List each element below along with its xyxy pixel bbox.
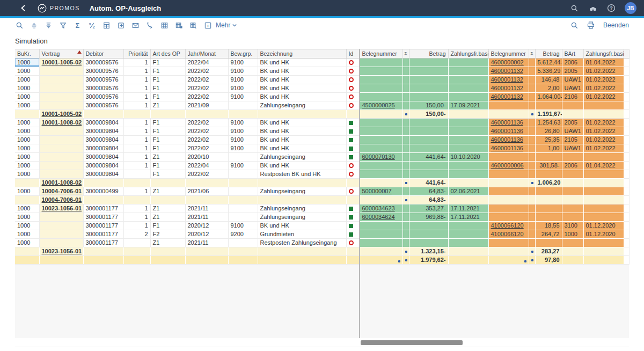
subtotals-icon[interactable]: x2 [87,21,97,30]
grid-icon[interactable] [160,21,169,30]
search-icon[interactable] [570,4,579,13]
table-row[interactable]: 10003000001177Z12021/11Restposten Zahlun… [15,238,629,247]
table-row[interactable]: 100010001-1008-0230000098041F12022/02910… [15,118,629,127]
column-header-art[interactable]: Art des OP [150,49,185,58]
cell-g_beleg [360,144,402,152]
column-header-g_betrag[interactable]: Betrag [409,49,448,58]
contract-link[interactable]: 10001-1008-02 [42,119,82,126]
document-link[interactable]: 4600001136 [491,128,523,134]
table-row[interactable]: 100010001-1005-0230000095761F12022/04910… [15,58,629,67]
print-icon[interactable] [587,21,596,30]
column-header-g_beleg[interactable]: Belegnummer [360,49,402,58]
help-icon[interactable]: ? [606,4,616,13]
binoculars-icon[interactable] [588,4,597,13]
table-row[interactable]: 100010023-1056-0130000011771Z12021/11Zah… [15,204,629,213]
drilldown-icon[interactable] [145,21,155,30]
table-row[interactable]: 100010004-7006-0130000004991Z12021/06Zah… [15,187,629,195]
pane-splitter[interactable] [359,49,360,339]
column-header-o_bart[interactable]: BArt [562,49,583,58]
grid-export-icon[interactable] [189,21,198,30]
table-row[interactable]: 10003000009804F12022/02Restposten BK und… [15,170,629,178]
document-link[interactable]: 4500000025 [362,102,395,108]
back-icon[interactable] [18,3,28,13]
table-row[interactable]: 100030000098041F12022/029100BK und HK460… [15,127,629,135]
table-row[interactable]: 100030000098041F12022/029100BK und HK460… [15,144,629,152]
grandtotal-row[interactable]: 1.979,62-97,80 [15,255,629,264]
contract-link[interactable]: 10004-7006-01 [42,196,82,203]
document-link[interactable]: 6000034623 [362,205,395,211]
table-row[interactable]: 100030000095761F12022/029100BK und HK460… [15,75,629,84]
document-link[interactable]: 4600001132 [491,76,523,83]
document-link[interactable]: 4100066120 [491,231,524,237]
column-header-g_zfb[interactable]: Zahlungsfr.basis [448,49,488,58]
subtotal-row[interactable]: 10001-1008-02441,64-1.006,20 [15,178,629,187]
column-header-bukr[interactable]: BuKr. [15,49,39,58]
more-menu[interactable]: Mehr [216,21,237,29]
subtotal-row[interactable]: 10023-1056-011.323,15-283,27 [15,247,629,255]
search-icon[interactable] [15,21,24,30]
column-header-bew[interactable]: Bew.grp. [228,49,258,58]
scrollbar-thumb[interactable] [361,340,463,345]
table-row[interactable]: 100030000095761F12022/029100BK und HK460… [15,92,629,101]
column-header-jm[interactable]: Jahr/Monat [185,49,228,58]
document-link[interactable]: 4600001132 [491,93,523,100]
column-header-fill[interactable] [624,49,629,58]
cell-prio: 1 [123,67,150,75]
horizontal-scrollbar[interactable] [15,338,629,347]
column-header-prio[interactable]: Priorität [123,49,150,58]
column-header-o_zfb[interactable]: Zahlungsfr.basis [583,49,624,58]
column-header-g_sig[interactable]: Σ [402,49,409,58]
table-row[interactable]: 100030000011771F12020/129100BK und HK410… [15,221,629,230]
document-link[interactable]: 6000034624 [362,214,395,220]
table-row[interactable]: 100030000011771Z12021/11Zahlungseingang6… [15,213,629,221]
contract-link[interactable]: 10001-1005-02 [42,59,82,65]
info-icon[interactable]: i [203,21,213,30]
brand-label: PROMOS [50,5,80,11]
document-link[interactable]: 4600001136 [491,145,523,151]
table-row[interactable]: 100030000098041Z12020/10Zahlungseingang6… [15,152,629,161]
contract-link[interactable]: 10023-1056-01 [42,248,82,254]
sum-icon[interactable]: Σ [73,21,82,30]
grid-edit-icon[interactable] [174,21,184,30]
column-header-bez[interactable]: Bezeichnung [258,49,346,58]
document-link[interactable]: 4600001136 [491,119,523,126]
subtotal-row[interactable]: 10001-1005-02150,00-1.191,67- [15,109,629,118]
table-row[interactable]: 100030000011772F22020/129200Grundmieten4… [15,230,629,238]
document-link[interactable]: 6000070130 [362,153,395,160]
document-link[interactable]: 4600001132 [491,68,523,74]
mail-icon[interactable] [131,21,140,30]
cell-bew: 9100 [228,92,258,101]
contract-link[interactable]: 10004-7006-01 [42,188,82,194]
column-header-o_beleg[interactable]: Belegnummer [488,49,529,58]
find-icon[interactable] [570,21,579,30]
copy-icon[interactable] [116,21,126,30]
document-link[interactable]: 4600001136 [491,136,523,143]
filter-icon[interactable] [58,21,68,30]
table-row[interactable]: 100030000095761F12022/029100BK und HK460… [15,84,629,92]
subtotal-row[interactable]: 10004-7006-0164,83- [15,195,629,204]
sort-ascending-icon[interactable] [30,21,39,30]
cell-debitor: 3000001177 [83,204,123,213]
contract-link[interactable]: 10001-1008-02 [42,179,82,186]
contract-link[interactable]: 10001-1005-02 [42,111,82,117]
cell-vertrag [39,221,83,230]
document-link[interactable]: 500000007 [362,188,392,194]
table-row[interactable]: 100030000098041F12022/029100BK und HK460… [15,135,629,144]
table-row[interactable]: 100030000095761F12022/029100BK und HK460… [15,67,629,75]
exit-button[interactable]: Beenden [603,21,629,29]
contract-link[interactable]: 10023-1056-01 [42,205,82,211]
document-link[interactable]: 4100066120 [491,222,524,229]
document-link[interactable]: 4600001132 [491,85,523,91]
column-header-o_sig[interactable]: Σ [529,49,535,58]
column-header-vertrag[interactable]: Vertrag [39,49,83,58]
sort-descending-icon[interactable] [44,21,53,30]
table-row[interactable]: 100030000095761Z12021/09Zahlungseingang4… [15,101,629,109]
column-header-o_betrag[interactable]: Betrag [535,49,562,58]
column-header-id[interactable]: Id [346,49,360,58]
spreadsheet-icon[interactable] [102,21,111,30]
document-link[interactable]: 4600000006 [491,162,524,169]
table-row[interactable]: 100030000098041F12022/049100BK und HK460… [15,161,629,170]
avatar[interactable]: JB [625,2,636,14]
document-link[interactable]: 4600000002 [491,59,524,65]
column-header-debitor[interactable]: Debitor [83,49,123,58]
